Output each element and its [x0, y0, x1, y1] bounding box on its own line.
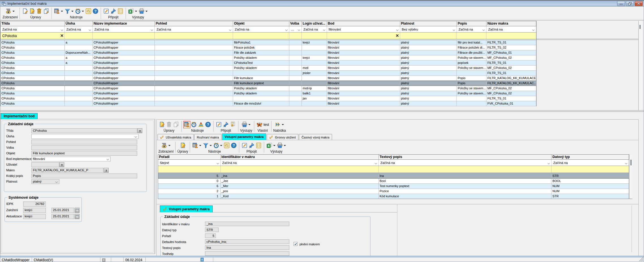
filter-button[interactable] — [202, 142, 209, 149]
quick-filter-cell-1[interactable]: CPolozka✕ — [1, 33, 65, 39]
chevron-down-icon[interactable] — [107, 158, 109, 160]
column-header-2[interactable]: Úloha — [65, 21, 93, 26]
chevron-down-icon[interactable] — [145, 11, 148, 12]
filter-combo-3[interactable]: Začíná na — [379, 160, 552, 166]
datovy-typ-field[interactable]: STR — [205, 228, 219, 232]
quick-filter-cell-2[interactable] — [221, 166, 379, 172]
clear-filter-icon[interactable]: ✕ — [396, 34, 399, 38]
restore-button[interactable] — [626, 1, 634, 6]
view-menu-button[interactable] — [161, 142, 168, 149]
attach-note-button[interactable] — [215, 121, 222, 128]
table-row[interactable]: 1_KodKód kumulaceSTR — [158, 194, 629, 199]
tab-4[interactable]: Groovy uložení — [267, 134, 298, 140]
poradi-field[interactable]: 5 — [205, 233, 216, 238]
table-row[interactable]: CPolozkaaCPolozkaWrapperPoložky sklademk… — [1, 55, 536, 60]
detail-scrollbar[interactable] — [632, 205, 632, 252]
table-row[interactable]: CPolozkaDoporuceneNah...CPolozkaWrapperF… — [1, 50, 536, 55]
history-button[interactable] — [213, 142, 220, 149]
pohled-field[interactable] — [31, 140, 137, 144]
quick-filter-cell-9[interactable] — [400, 33, 457, 39]
chevron-down-icon[interactable] — [284, 145, 286, 146]
excel-export-button[interactable] — [128, 8, 135, 15]
attach-list-button[interactable] — [255, 142, 262, 149]
quick-filter-cell-8[interactable]: ✕ — [327, 33, 400, 39]
column-header-3[interactable]: Textový popis — [379, 155, 552, 159]
related-data-button[interactable] — [183, 121, 190, 128]
table-row[interactable]: CPolozkaCPolozkaWrapperFiltr kumulace po… — [1, 81, 536, 86]
table-row[interactable]: CPolozkaCPolozkaWrapperFitrace položekfi… — [1, 45, 536, 50]
aktualizace-date-field[interactable]: 25.01.2021 — [51, 214, 74, 219]
column-header-4[interactable]: Datový typ — [552, 155, 629, 159]
idpk-field[interactable]: 26782 — [23, 202, 46, 207]
table-row[interactable]: CPolozkaCPolozkaWrapperPoložky sklademmo… — [1, 86, 536, 91]
tab-vstupni-parametry-makra[interactable]: Vstupní parametry makra — [160, 205, 213, 212]
uloha-combo[interactable] — [31, 134, 139, 139]
filter-combo-2[interactable]: Začíná na — [221, 160, 379, 166]
chevron-down-icon[interactable] — [56, 181, 58, 183]
excel-export-button[interactable] — [266, 142, 273, 149]
column-header-1[interactable]: Pořadí — [158, 155, 221, 159]
chevron-down-icon[interactable] — [282, 124, 284, 125]
clear-filter-icon[interactable]: ✕ — [60, 34, 64, 38]
column-header-8[interactable]: Bod — [327, 21, 400, 26]
zalozeni-date-field[interactable]: 25.01.2021 — [51, 208, 74, 213]
delete-record-button[interactable] — [36, 8, 43, 15]
column-header-4[interactable]: Pohled — [155, 21, 233, 26]
column-header-2[interactable]: Identifikátor v makru — [221, 155, 379, 159]
chevron-down-icon[interactable] — [273, 145, 275, 146]
table-row[interactable]: 0_JeeBoolBOOL — [158, 179, 629, 184]
filter-combo-4[interactable]: Začíná na — [155, 26, 233, 32]
objekt-field[interactable]: Filtr kumulace poptext — [31, 151, 137, 156]
column-header-6[interactable]: Volba — [289, 21, 302, 26]
attach-pin-button[interactable] — [222, 121, 229, 128]
quick-filter-cell-4[interactable] — [155, 33, 233, 39]
chevron-down-icon[interactable] — [71, 11, 74, 12]
column-header-11[interactable]: Název makra — [486, 21, 536, 26]
dropdown-button[interactable] — [104, 168, 109, 173]
print-button[interactable] — [138, 8, 145, 15]
chevron-down-icon[interactable] — [210, 145, 212, 146]
table-row[interactable]: CPolozkaCPolozkaWrapperjanfiltrováníplat… — [1, 96, 536, 101]
table-row[interactable]: CPolozkaCPolozkaWrapperjnislerfiltrování… — [1, 71, 536, 76]
trida-field[interactable]: CPolozka — [31, 128, 137, 133]
filter-combo-8[interactable]: filtrování — [327, 26, 400, 32]
attach-document-button[interactable] — [229, 121, 236, 128]
print-button[interactable] — [276, 142, 283, 149]
tab-1[interactable]: Uživatelská makra — [158, 134, 194, 140]
makro-field[interactable]: FILTR_KATALOG_KK_KUMULACE_P — [31, 168, 104, 173]
quick-filter-cell-6[interactable] — [289, 33, 302, 39]
menu-button[interactable] — [274, 121, 281, 128]
quick-filter-cell-5[interactable] — [233, 33, 289, 39]
filter-combo-2[interactable]: Začíná na — [65, 26, 93, 32]
table-row[interactable]: CPolozkaCPolozkaWrapperPoložky sklademba… — [1, 91, 536, 96]
copy-record-button[interactable] — [43, 8, 50, 15]
delete-record-button[interactable] — [165, 121, 173, 128]
dropdown-button[interactable] — [59, 162, 64, 167]
chevron-down-icon[interactable] — [82, 11, 84, 12]
edit-record-button[interactable] — [179, 142, 186, 149]
chevron-down-icon[interactable] — [12, 11, 15, 12]
edit-record-button[interactable] — [158, 121, 165, 128]
calendar-button[interactable] — [75, 214, 79, 219]
table-row[interactable]: CPolozkaaCPolozkaWrapperfiltrPolozka1kre… — [1, 40, 536, 45]
column-header-10[interactable]: Popis — [457, 21, 486, 26]
settings-button[interactable] — [85, 8, 92, 15]
filter-combo-1[interactable]: Stejné — [158, 160, 221, 166]
tab-2[interactable]: Rozhraní makra — [194, 134, 221, 140]
table-row[interactable]: 2_posPoziceNUM — [158, 189, 629, 194]
chevron-down-icon[interactable] — [61, 11, 63, 12]
zalozeni-user-field[interactable]: krejci — [23, 208, 46, 213]
horizontal-splitter[interactable] — [0, 110, 644, 113]
chevron-down-icon[interactable] — [248, 124, 251, 125]
edit-record-button[interactable] — [29, 8, 36, 15]
help-button[interactable] — [204, 121, 212, 128]
table-row[interactable]: CPolozkaaCPolozkaWrapperCPolozkaTestfilt… — [1, 60, 536, 66]
table-row[interactable]: 6_MerTest numeriky poptextNUM — [158, 184, 629, 189]
textovy-popis-field[interactable]: Ina — [205, 245, 289, 250]
quick-filter-cell-10[interactable] — [457, 33, 486, 39]
filter-combo-4[interactable]: Začíná na — [552, 160, 629, 166]
column-header-1[interactable]: Třída — [1, 21, 65, 26]
history-button[interactable] — [74, 8, 81, 15]
identifikator-field[interactable]: _ina — [205, 222, 289, 226]
tab-implementacni-bod[interactable]: Implementační bod — [1, 113, 38, 119]
